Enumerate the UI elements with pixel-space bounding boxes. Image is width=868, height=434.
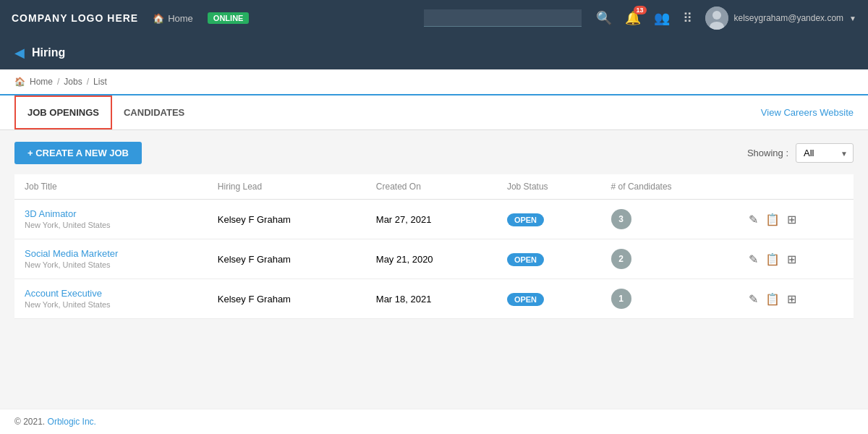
svg-point-1 — [712, 11, 721, 20]
breadcrumb-home-icon: 🏠 — [14, 77, 25, 87]
edit-icon-1[interactable]: ✎ — [749, 252, 758, 266]
table-row: Account Executive New York, United State… — [14, 279, 854, 319]
col-actions — [739, 174, 854, 200]
tabs-bar: JOB OPENINGS CANDIDATES View Careers Web… — [0, 95, 868, 130]
user-email: kelseygraham@yandex.com — [734, 13, 844, 23]
notification-badge: 13 — [634, 6, 647, 14]
cell-candidates-0: 3 — [601, 200, 739, 239]
table-row: 3D Animator New York, United States Kels… — [14, 200, 854, 239]
status-badge-2: OPEN — [507, 293, 544, 306]
showing-label: Showing : — [747, 148, 788, 158]
edit-icon-0[interactable]: ✎ — [749, 213, 758, 226]
team-icon-btn[interactable]: 👥 — [654, 10, 670, 26]
cell-job-title-2: Account Executive New York, United State… — [14, 279, 208, 319]
search-input[interactable] — [424, 9, 582, 27]
cell-status-2: OPEN — [497, 279, 601, 319]
cell-candidates-2: 1 — [601, 279, 739, 319]
top-navigation: COMPANY LOGO HERE 🏠 Home ONLINE 🔍 🔔 13 👥… — [0, 0, 868, 36]
candidate-count-1: 2 — [611, 249, 631, 269]
nav-icons: 🔍 🔔 13 👥 ⠿ kelseygraham@yandex.com ▼ — [596, 7, 857, 30]
cell-actions-0: ✎ 📋 ⊞ — [739, 200, 854, 239]
cell-actions-1: ✎ 📋 ⊞ — [739, 239, 854, 279]
create-new-job-button[interactable]: + CREATE A NEW JOB — [14, 142, 142, 164]
toolbar: + CREATE A NEW JOB Showing : AllOpenClos… — [14, 142, 854, 164]
breadcrumb-sep-1: / — [57, 77, 59, 87]
edit-icon-2[interactable]: ✎ — [749, 292, 758, 306]
job-location-1: New York, United States — [25, 260, 111, 269]
online-badge: ONLINE — [208, 12, 250, 24]
job-title-link-2[interactable]: Account Executive — [25, 288, 197, 299]
job-location-2: New York, United States — [25, 300, 111, 309]
footer-company-link[interactable]: Orblogic Inc. — [48, 417, 96, 427]
cell-actions-2: ✎ 📋 ⊞ — [739, 279, 854, 319]
avatar[interactable] — [705, 7, 728, 30]
home-icon: 🏠 — [153, 13, 164, 24]
job-location-0: New York, United States — [25, 221, 111, 229]
tab-job-openings[interactable]: JOB OPENINGS — [14, 95, 112, 129]
cell-job-title-0: 3D Animator New York, United States — [14, 200, 208, 239]
company-logo: COMPANY LOGO HERE — [12, 12, 138, 24]
hiring-icon: ◀ — [14, 45, 25, 61]
col-created-on: Created On — [366, 174, 497, 200]
grid-icon-0[interactable]: ⊞ — [787, 213, 796, 226]
col-job-status: Job Status — [497, 174, 601, 200]
candidate-count-2: 1 — [611, 289, 631, 309]
cell-hiring-lead-2: Kelsey F Graham — [208, 279, 366, 319]
breadcrumb-list: List — [93, 77, 107, 87]
grid-icon-2[interactable]: ⊞ — [787, 292, 796, 306]
cell-created-on-1: May 21, 2020 — [366, 239, 497, 279]
apps-icon-btn[interactable]: ⠿ — [683, 10, 692, 26]
footer: © 2021. Orblogic Inc. — [0, 409, 868, 434]
cell-created-on-0: Mar 27, 2021 — [366, 200, 497, 239]
hiring-header: ◀ Hiring — [0, 36, 868, 69]
notifications-icon-btn[interactable]: 🔔 13 — [625, 10, 641, 26]
breadcrumb-home-link[interactable]: Home — [30, 77, 53, 87]
tab-candidates[interactable]: CANDIDATES — [112, 95, 196, 129]
cell-candidates-1: 2 — [601, 239, 739, 279]
cell-status-1: OPEN — [497, 239, 601, 279]
cell-status-0: OPEN — [497, 200, 601, 239]
showing-select-wrapper[interactable]: AllOpenClosed — [796, 143, 854, 163]
showing-bar: Showing : AllOpenClosed — [747, 143, 854, 163]
copy-icon-1[interactable]: 📋 — [765, 252, 780, 266]
candidate-count-0: 3 — [611, 209, 631, 229]
grid-icon-1[interactable]: ⊞ — [787, 252, 796, 266]
table-row: Social Media Marketer New York, United S… — [14, 239, 854, 279]
status-badge-0: OPEN — [507, 213, 544, 226]
cell-job-title-1: Social Media Marketer New York, United S… — [14, 239, 208, 279]
copy-icon-2[interactable]: 📋 — [765, 292, 780, 306]
showing-select[interactable]: AllOpenClosed — [796, 143, 854, 163]
breadcrumb: 🏠 Home / Jobs / List — [0, 69, 868, 95]
col-hiring-lead: Hiring Lead — [208, 174, 366, 200]
job-title-link-0[interactable]: 3D Animator — [25, 208, 197, 219]
breadcrumb-jobs-link[interactable]: Jobs — [64, 77, 82, 87]
hiring-title: Hiring — [32, 46, 65, 59]
job-title-link-1[interactable]: Social Media Marketer — [25, 248, 197, 259]
nav-home-link[interactable]: 🏠 Home — [153, 13, 193, 24]
chevron-down-icon: ▼ — [849, 14, 856, 22]
breadcrumb-sep-2: / — [87, 77, 89, 87]
col-job-title: Job Title — [14, 174, 208, 200]
footer-copy: © 2021. — [14, 417, 45, 427]
view-careers-link[interactable]: View Careers Website — [761, 107, 854, 118]
jobs-table: Job Title Hiring Lead Created On Job Sta… — [14, 174, 854, 319]
status-badge-1: OPEN — [507, 253, 544, 266]
user-menu[interactable]: kelseygraham@yandex.com ▼ — [705, 7, 857, 30]
search-icon-btn[interactable]: 🔍 — [596, 10, 612, 26]
col-candidates: # of Candidates — [601, 174, 739, 200]
cell-created-on-2: Mar 18, 2021 — [366, 279, 497, 319]
content-area: + CREATE A NEW JOB Showing : AllOpenClos… — [0, 130, 868, 331]
cell-hiring-lead-0: Kelsey F Graham — [208, 200, 366, 239]
copy-icon-0[interactable]: 📋 — [765, 213, 780, 226]
cell-hiring-lead-1: Kelsey F Graham — [208, 239, 366, 279]
